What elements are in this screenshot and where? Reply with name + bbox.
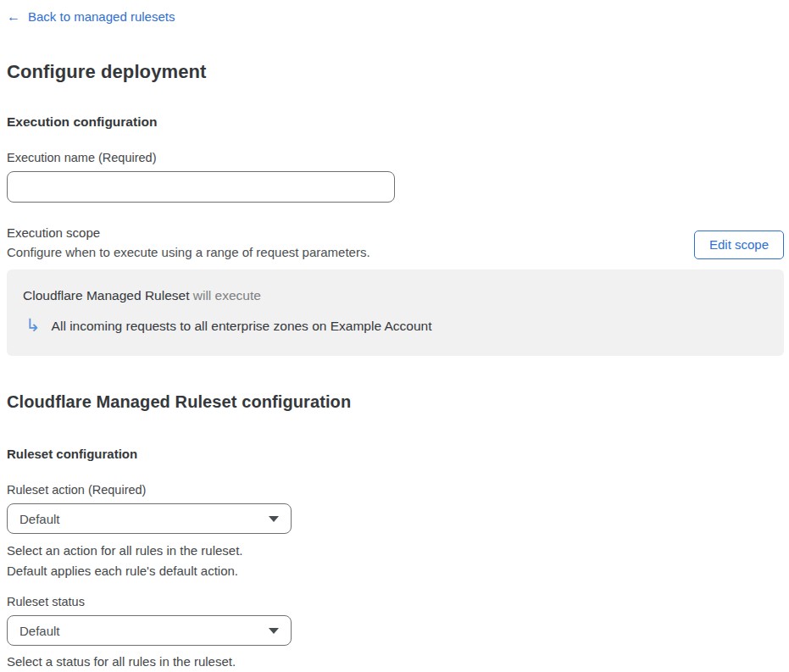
execution-configuration-heading: Execution configuration: [7, 114, 784, 130]
configure-deployment-page: ← Back to managed rulesets Configure dep…: [0, 0, 789, 672]
chevron-down-icon: [269, 516, 279, 522]
ruleset-status-select[interactable]: Default: [7, 615, 292, 646]
scope-will-execute-text: will execute: [189, 288, 260, 303]
ruleset-status-label: Ruleset status: [7, 595, 784, 609]
page-title: Configure deployment: [7, 61, 784, 83]
edit-scope-button[interactable]: Edit scope: [694, 230, 784, 259]
execution-scope-text: Execution scope Configure when to execut…: [7, 225, 370, 261]
scope-summary-panel: Cloudflare Managed Ruleset will execute …: [7, 269, 784, 356]
ruleset-configuration-subheading: Ruleset configuration: [7, 447, 784, 462]
return-arrow-icon: ↳: [25, 316, 41, 335]
scope-summary-line: Cloudflare Managed Ruleset will execute: [23, 287, 767, 304]
chevron-down-icon: [269, 628, 279, 634]
scope-detail-line: ↳ All incoming requests to all enterpris…: [23, 316, 767, 335]
ruleset-action-label: Ruleset action (Required): [7, 483, 784, 497]
execution-scope-label: Execution scope: [7, 225, 370, 242]
back-to-managed-rulesets-link[interactable]: ← Back to managed rulesets: [7, 8, 175, 25]
ruleset-status-helper-text: Select a status for all rules in the rul…: [7, 652, 784, 672]
ruleset-action-select[interactable]: Default: [7, 503, 292, 534]
scope-detail-text: All incoming requests to all enterprise …: [52, 317, 432, 335]
execution-name-input[interactable]: [7, 171, 395, 203]
back-arrow-icon: ←: [7, 8, 20, 25]
ruleset-action-helper-line1: Select an action for all rules in the ru…: [7, 541, 784, 561]
ruleset-action-helper-text: Select an action for all rules in the ru…: [7, 541, 784, 580]
ruleset-status-selected-value: Default: [19, 624, 60, 638]
scope-ruleset-name: Cloudflare Managed Ruleset: [23, 288, 189, 303]
execution-scope-row: Execution scope Configure when to execut…: [7, 225, 784, 261]
execution-scope-description: Configure when to execute using a range …: [7, 243, 370, 261]
ruleset-action-helper-line2: Default applies each rule's default acti…: [7, 561, 784, 581]
ruleset-configuration-section-heading: Cloudflare Managed Ruleset configuration: [7, 392, 784, 412]
execution-name-label: Execution name (Required): [7, 151, 784, 165]
back-link-label: Back to managed rulesets: [28, 8, 175, 25]
ruleset-action-selected-value: Default: [19, 512, 60, 526]
